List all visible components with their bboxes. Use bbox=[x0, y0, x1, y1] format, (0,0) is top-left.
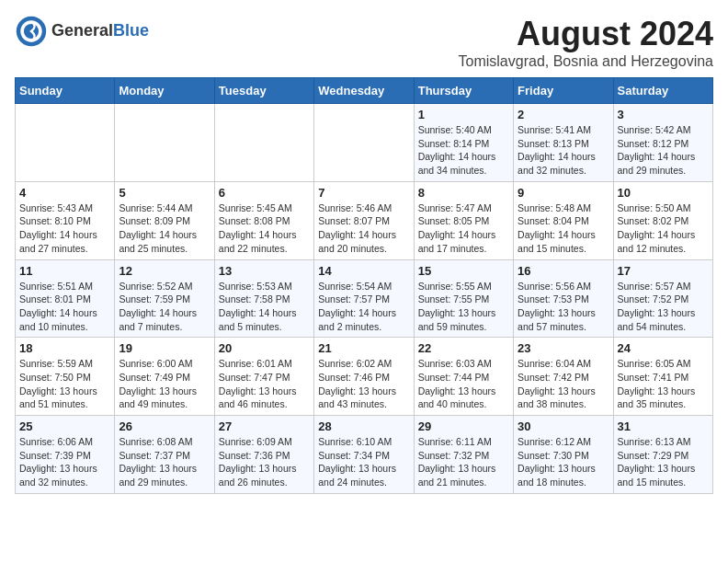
day-info: Sunrise: 5:56 AM Sunset: 7:53 PM Dayligh… bbox=[518, 280, 609, 334]
day-info: Sunrise: 5:43 AM Sunset: 8:10 PM Dayligh… bbox=[19, 201, 110, 256]
calendar-cell: 8Sunrise: 5:47 AM Sunset: 8:05 PM Daylig… bbox=[414, 181, 513, 259]
calendar-cell: 9Sunrise: 5:48 AM Sunset: 8:04 PM Daylig… bbox=[514, 181, 613, 259]
weekday-header-friday: Friday bbox=[514, 78, 613, 104]
calendar-cell: 21Sunrise: 6:02 AM Sunset: 7:46 PM Dayli… bbox=[314, 338, 414, 416]
weekday-header-sunday: Sunday bbox=[16, 78, 115, 104]
day-number: 9 bbox=[518, 186, 609, 200]
day-info: Sunrise: 5:53 AM Sunset: 7:58 PM Dayligh… bbox=[219, 280, 310, 334]
week-row-3: 11Sunrise: 5:51 AM Sunset: 8:01 PM Dayli… bbox=[16, 259, 713, 338]
weekday-header-saturday: Saturday bbox=[613, 78, 712, 104]
day-info: Sunrise: 6:01 AM Sunset: 7:47 PM Dayligh… bbox=[219, 357, 310, 411]
calendar-cell: 27Sunrise: 6:09 AM Sunset: 7:36 PM Dayli… bbox=[214, 416, 313, 494]
week-row-2: 4Sunrise: 5:43 AM Sunset: 8:10 PM Daylig… bbox=[16, 181, 713, 259]
calendar-cell: 14Sunrise: 5:54 AM Sunset: 7:57 PM Dayli… bbox=[314, 259, 414, 338]
calendar-cell: 11Sunrise: 5:51 AM Sunset: 8:01 PM Dayli… bbox=[16, 259, 115, 338]
day-info: Sunrise: 6:09 AM Sunset: 7:36 PM Dayligh… bbox=[219, 435, 310, 489]
day-number: 30 bbox=[518, 419, 609, 433]
title-section: August 2024 Tomislavgrad, Bosnia and Her… bbox=[459, 15, 713, 70]
calendar-cell: 17Sunrise: 5:57 AM Sunset: 7:52 PM Dayli… bbox=[613, 259, 712, 338]
day-info: Sunrise: 6:04 AM Sunset: 7:42 PM Dayligh… bbox=[518, 357, 609, 411]
calendar-cell: 7Sunrise: 5:46 AM Sunset: 8:07 PM Daylig… bbox=[314, 181, 414, 259]
location: Tomislavgrad, Bosnia and Herzegovina bbox=[459, 53, 713, 70]
day-number: 13 bbox=[219, 264, 310, 278]
calendar-cell: 29Sunrise: 6:11 AM Sunset: 7:32 PM Dayli… bbox=[414, 416, 513, 494]
day-number: 21 bbox=[318, 341, 409, 355]
calendar-cell bbox=[314, 104, 414, 182]
day-info: Sunrise: 5:48 AM Sunset: 8:04 PM Dayligh… bbox=[518, 201, 609, 256]
day-info: Sunrise: 5:42 AM Sunset: 8:12 PM Dayligh… bbox=[618, 123, 709, 178]
day-number: 31 bbox=[618, 419, 709, 433]
day-number: 19 bbox=[119, 341, 210, 355]
day-number: 2 bbox=[518, 108, 609, 121]
day-info: Sunrise: 6:02 AM Sunset: 7:46 PM Dayligh… bbox=[318, 357, 409, 411]
calendar-cell: 23Sunrise: 6:04 AM Sunset: 7:42 PM Dayli… bbox=[514, 338, 613, 416]
day-number: 18 bbox=[19, 341, 110, 355]
day-info: Sunrise: 5:40 AM Sunset: 8:14 PM Dayligh… bbox=[418, 123, 509, 178]
day-number: 5 bbox=[119, 186, 210, 200]
day-info: Sunrise: 5:52 AM Sunset: 7:59 PM Dayligh… bbox=[119, 280, 210, 334]
day-number: 17 bbox=[618, 264, 709, 278]
day-number: 16 bbox=[518, 264, 609, 278]
calendar-cell: 18Sunrise: 5:59 AM Sunset: 7:50 PM Dayli… bbox=[16, 338, 115, 416]
day-info: Sunrise: 6:12 AM Sunset: 7:30 PM Dayligh… bbox=[518, 435, 609, 489]
weekday-header-row: SundayMondayTuesdayWednesdayThursdayFrid… bbox=[16, 78, 713, 104]
calendar-cell: 10Sunrise: 5:50 AM Sunset: 8:02 PM Dayli… bbox=[613, 181, 712, 259]
calendar-cell: 28Sunrise: 6:10 AM Sunset: 7:34 PM Dayli… bbox=[314, 416, 414, 494]
day-number: 1 bbox=[418, 108, 509, 121]
logo-text: GeneralBlue bbox=[51, 22, 149, 40]
day-info: Sunrise: 6:10 AM Sunset: 7:34 PM Dayligh… bbox=[318, 435, 409, 489]
day-number: 15 bbox=[418, 264, 509, 278]
weekday-header-monday: Monday bbox=[115, 78, 214, 104]
day-info: Sunrise: 6:03 AM Sunset: 7:44 PM Dayligh… bbox=[418, 357, 509, 411]
day-number: 20 bbox=[219, 341, 310, 355]
day-number: 8 bbox=[418, 186, 509, 200]
weekday-header-thursday: Thursday bbox=[414, 78, 513, 104]
calendar-cell: 31Sunrise: 6:13 AM Sunset: 7:29 PM Dayli… bbox=[613, 416, 712, 494]
day-number: 14 bbox=[318, 264, 409, 278]
day-number: 27 bbox=[219, 419, 310, 433]
page-header: GeneralBlue August 2024 Tomislavgrad, Bo… bbox=[15, 15, 713, 70]
day-info: Sunrise: 6:08 AM Sunset: 7:37 PM Dayligh… bbox=[119, 435, 210, 489]
day-info: Sunrise: 5:46 AM Sunset: 8:07 PM Dayligh… bbox=[318, 201, 409, 256]
calendar-table: SundayMondayTuesdayWednesdayThursdayFrid… bbox=[15, 77, 713, 494]
weekday-header-tuesday: Tuesday bbox=[214, 78, 313, 104]
day-number: 29 bbox=[418, 419, 509, 433]
day-info: Sunrise: 5:50 AM Sunset: 8:02 PM Dayligh… bbox=[618, 201, 709, 256]
logo-icon bbox=[15, 15, 48, 48]
calendar-cell: 20Sunrise: 6:01 AM Sunset: 7:47 PM Dayli… bbox=[214, 338, 313, 416]
week-row-5: 25Sunrise: 6:06 AM Sunset: 7:39 PM Dayli… bbox=[16, 416, 713, 494]
calendar-cell: 30Sunrise: 6:12 AM Sunset: 7:30 PM Dayli… bbox=[514, 416, 613, 494]
calendar-cell: 16Sunrise: 5:56 AM Sunset: 7:53 PM Dayli… bbox=[514, 259, 613, 338]
calendar-cell: 24Sunrise: 6:05 AM Sunset: 7:41 PM Dayli… bbox=[613, 338, 712, 416]
calendar-cell: 25Sunrise: 6:06 AM Sunset: 7:39 PM Dayli… bbox=[16, 416, 115, 494]
calendar-cell: 22Sunrise: 6:03 AM Sunset: 7:44 PM Dayli… bbox=[414, 338, 513, 416]
calendar-cell: 4Sunrise: 5:43 AM Sunset: 8:10 PM Daylig… bbox=[16, 181, 115, 259]
calendar-cell bbox=[16, 104, 115, 182]
day-info: Sunrise: 5:44 AM Sunset: 8:09 PM Dayligh… bbox=[119, 201, 210, 256]
day-info: Sunrise: 5:51 AM Sunset: 8:01 PM Dayligh… bbox=[19, 280, 110, 334]
day-info: Sunrise: 5:45 AM Sunset: 8:08 PM Dayligh… bbox=[219, 201, 310, 256]
day-info: Sunrise: 5:54 AM Sunset: 7:57 PM Dayligh… bbox=[318, 280, 409, 334]
day-info: Sunrise: 6:06 AM Sunset: 7:39 PM Dayligh… bbox=[19, 435, 110, 489]
day-number: 10 bbox=[618, 186, 709, 200]
day-info: Sunrise: 5:57 AM Sunset: 7:52 PM Dayligh… bbox=[618, 280, 709, 334]
calendar-cell: 26Sunrise: 6:08 AM Sunset: 7:37 PM Dayli… bbox=[115, 416, 214, 494]
calendar-cell bbox=[214, 104, 313, 182]
calendar-cell: 6Sunrise: 5:45 AM Sunset: 8:08 PM Daylig… bbox=[214, 181, 313, 259]
day-number: 12 bbox=[119, 264, 210, 278]
day-info: Sunrise: 5:59 AM Sunset: 7:50 PM Dayligh… bbox=[19, 357, 110, 411]
day-number: 6 bbox=[219, 186, 310, 200]
calendar-cell: 15Sunrise: 5:55 AM Sunset: 7:55 PM Dayli… bbox=[414, 259, 513, 338]
day-number: 22 bbox=[418, 341, 509, 355]
day-number: 25 bbox=[19, 419, 110, 433]
day-info: Sunrise: 6:00 AM Sunset: 7:49 PM Dayligh… bbox=[119, 357, 210, 411]
weekday-header-wednesday: Wednesday bbox=[314, 78, 414, 104]
day-number: 7 bbox=[318, 186, 409, 200]
calendar-cell: 2Sunrise: 5:41 AM Sunset: 8:13 PM Daylig… bbox=[514, 104, 613, 182]
day-info: Sunrise: 6:11 AM Sunset: 7:32 PM Dayligh… bbox=[418, 435, 509, 489]
day-number: 28 bbox=[318, 419, 409, 433]
day-info: Sunrise: 5:41 AM Sunset: 8:13 PM Dayligh… bbox=[518, 123, 609, 178]
calendar-cell: 13Sunrise: 5:53 AM Sunset: 7:58 PM Dayli… bbox=[214, 259, 313, 338]
calendar-cell bbox=[115, 104, 214, 182]
calendar-cell: 5Sunrise: 5:44 AM Sunset: 8:09 PM Daylig… bbox=[115, 181, 214, 259]
